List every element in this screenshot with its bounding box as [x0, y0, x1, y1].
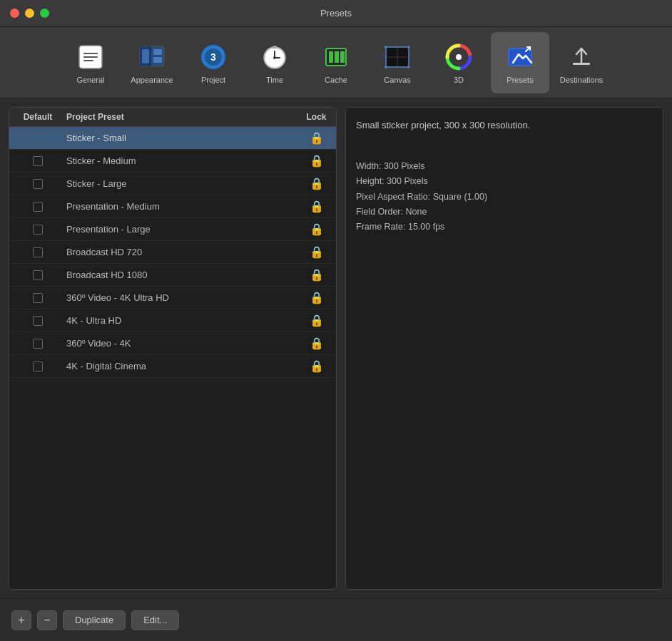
- 3d-label: 3D: [454, 76, 464, 84]
- table-header: Default Project Preset Lock: [9, 108, 336, 127]
- table-row[interactable]: Sticker - Medium 🔒: [9, 150, 336, 173]
- default-checkbox[interactable]: [33, 361, 43, 371]
- close-button[interactable]: [10, 9, 19, 18]
- info-title: Small sticker project, 300 x 300 resolut…: [356, 118, 653, 133]
- preset-panel: Default Project Preset Lock Sticker - Sm…: [9, 107, 337, 590]
- table-row[interactable]: Sticker - Large 🔒: [9, 173, 336, 195]
- toolbar-item-canvas[interactable]: Canvas: [368, 32, 427, 93]
- row-lock-cell: 🔒: [297, 291, 336, 304]
- svg-rect-2: [83, 56, 98, 58]
- table-row[interactable]: Broadcast HD 1080 🔒: [9, 264, 336, 287]
- presets-icon: [504, 41, 536, 73]
- row-default-cell: [9, 293, 66, 303]
- default-checkbox[interactable]: [33, 270, 43, 280]
- row-name-cell: Presentation - Large: [66, 224, 297, 235]
- default-checkbox[interactable]: [33, 202, 43, 212]
- general-label: General: [76, 76, 104, 84]
- default-checkbox[interactable]: [33, 316, 43, 326]
- cache-label: Cache: [325, 76, 347, 84]
- svg-rect-9: [153, 57, 162, 63]
- row-lock-cell: 🔒: [297, 337, 336, 350]
- svg-rect-36: [573, 63, 590, 65]
- toolbar-item-presets[interactable]: Presets: [491, 32, 549, 93]
- svg-rect-7: [142, 49, 149, 63]
- toolbar-item-destinations[interactable]: Destinations: [552, 32, 611, 93]
- row-default-cell: [9, 156, 66, 166]
- table-row[interactable]: Broadcast HD 720 🔒: [9, 241, 336, 264]
- minimize-button[interactable]: [25, 9, 34, 18]
- remove-button[interactable]: −: [37, 610, 57, 630]
- header-name: Project Preset: [66, 112, 297, 122]
- row-lock-cell: 🔒: [297, 314, 336, 327]
- info-frame-rate: Frame Rate: 15.00 fps: [356, 220, 653, 235]
- table-row[interactable]: Presentation - Medium 🔒: [9, 195, 336, 218]
- window-controls[interactable]: [10, 9, 49, 18]
- svg-point-28: [385, 46, 387, 48]
- row-default-cell: [9, 339, 66, 349]
- titlebar: Presets: [0, 0, 672, 27]
- main-content: Default Project Preset Lock Sticker - Sm…: [0, 98, 672, 598]
- table-row[interactable]: 4K - Ultra HD 🔒: [9, 309, 336, 332]
- table-row[interactable]: Presentation - Large 🔒: [9, 218, 336, 241]
- info-height: Height: 300 Pixels: [356, 174, 653, 189]
- add-button[interactable]: +: [11, 610, 31, 630]
- row-name-cell: 360º Video - 4K: [66, 338, 297, 349]
- row-lock-cell: 🔒: [297, 200, 336, 213]
- table-row[interactable]: Sticker - Small 🔒: [9, 127, 336, 150]
- cache-icon: [320, 41, 352, 73]
- svg-rect-23: [340, 51, 345, 63]
- row-name-cell: Broadcast HD 720: [66, 247, 297, 257]
- default-checkbox[interactable]: [33, 156, 43, 166]
- toolbar-item-appearance[interactable]: Appearance: [123, 32, 181, 93]
- edit-button[interactable]: Edit...: [131, 610, 179, 630]
- svg-point-17: [273, 56, 276, 59]
- info-field-order: Field Order: None: [356, 205, 653, 220]
- info-pixel-aspect: Pixel Aspect Ratio: Square (1.00): [356, 190, 653, 205]
- default-checkbox[interactable]: [33, 247, 43, 257]
- svg-rect-3: [83, 60, 93, 61]
- row-name-cell: 4K - Ultra HD: [66, 315, 297, 326]
- toolbar-item-time[interactable]: Time: [245, 32, 304, 93]
- row-default-cell: [9, 361, 66, 371]
- window-title: Presets: [320, 8, 352, 19]
- toolbar-item-general[interactable]: General: [61, 32, 120, 93]
- toolbar-item-project[interactable]: 3 Project: [184, 32, 243, 93]
- info-panel: Small sticker project, 300 x 300 resolut…: [345, 107, 663, 590]
- row-lock-cell: 🔒: [297, 131, 336, 145]
- destinations-label: Destinations: [560, 76, 604, 84]
- table-row[interactable]: 4K - Digital Cinema 🔒: [9, 355, 336, 378]
- default-checkbox[interactable]: [33, 339, 43, 349]
- default-checkbox[interactable]: [33, 179, 43, 189]
- default-checkbox[interactable]: [33, 225, 43, 235]
- header-default: Default: [9, 112, 66, 122]
- row-default-cell: [9, 270, 66, 280]
- table-row[interactable]: 360º Video - 4K 🔒: [9, 332, 336, 355]
- svg-rect-1: [83, 53, 98, 54]
- maximize-button[interactable]: [40, 9, 49, 18]
- row-default-cell: [9, 247, 66, 257]
- canvas-label: Canvas: [384, 76, 410, 84]
- time-icon: [259, 41, 290, 73]
- row-name-cell: Sticker - Large: [66, 178, 297, 189]
- svg-point-33: [456, 54, 462, 60]
- info-width: Width: 300 Pixels: [356, 159, 653, 174]
- toolbar-item-3d[interactable]: 3D: [429, 32, 488, 93]
- project-icon: 3: [198, 41, 229, 73]
- row-default-cell: [9, 179, 66, 189]
- svg-rect-21: [329, 51, 333, 63]
- 3d-icon: [443, 41, 474, 73]
- table-row[interactable]: 360º Video - 4K Ultra HD 🔒: [9, 287, 336, 309]
- default-checkbox[interactable]: [33, 293, 43, 303]
- row-lock-cell: 🔒: [297, 245, 336, 259]
- row-name-cell: Sticker - Medium: [66, 155, 297, 166]
- row-lock-cell: 🔒: [297, 268, 336, 282]
- toolbar-item-cache[interactable]: Cache: [307, 32, 365, 93]
- row-name-cell: 360º Video - 4K Ultra HD: [66, 292, 297, 303]
- duplicate-button[interactable]: Duplicate: [63, 610, 126, 630]
- row-lock-cell: 🔒: [297, 359, 336, 373]
- row-default-cell: [9, 316, 66, 326]
- row-lock-cell: 🔒: [297, 222, 336, 236]
- bottom-bar: + − Duplicate Edit...: [0, 598, 672, 641]
- row-name-cell: Presentation - Medium: [66, 201, 297, 212]
- svg-point-29: [407, 46, 410, 48]
